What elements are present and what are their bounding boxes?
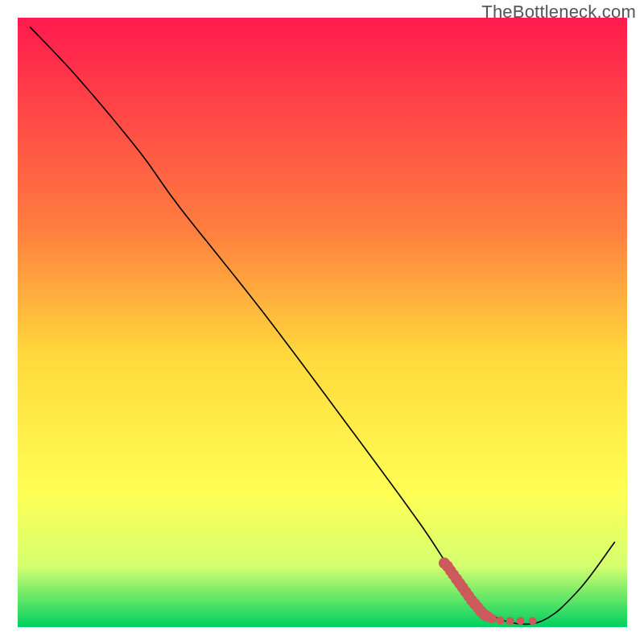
chart-container: TheBottleneck.com [0,0,644,644]
highlight-dot [517,617,525,625]
highlight-dot [529,617,537,625]
highlight-dot [497,617,505,625]
watermark-label: TheBottleneck.com [481,2,636,23]
highlight-dot [506,617,514,625]
plot-background [18,18,627,627]
chart-svg [0,0,644,644]
highlight-dot [487,613,497,623]
